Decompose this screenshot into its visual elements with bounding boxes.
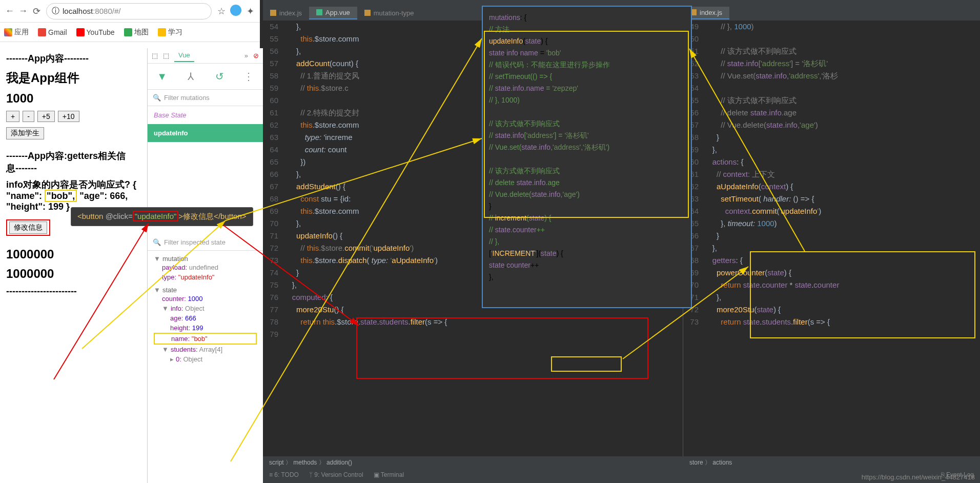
search-icon: 🔍 xyxy=(153,94,161,102)
tab-indexjs[interactable]: index.js xyxy=(263,7,309,19)
mutation-section[interactable]: mutation xyxy=(162,255,188,263)
app-heading: 我是App组件 xyxy=(6,70,136,86)
modify-button-box: 修改信息 xyxy=(6,219,50,236)
big-number-1: 1000000 xyxy=(6,247,136,261)
devtools-panel: ⬚ ⬚ Vue » ⊘ ▼ ⅄ ↺ ⋮ 🔍Filter mutations Ba… xyxy=(147,48,263,483)
devtools-icon2[interactable]: ⬚ xyxy=(163,52,169,59)
components-icon[interactable]: ⅄ xyxy=(184,70,197,83)
close-devtools-icon[interactable]: ⊘ xyxy=(253,52,259,59)
tab-mutation[interactable]: mutation-type xyxy=(357,7,421,19)
puzzle-icon[interactable]: ✦ xyxy=(243,5,257,18)
filter-state-input[interactable]: Filter inspected state xyxy=(164,238,226,246)
inc-button[interactable]: + xyxy=(6,111,19,122)
mutation-item[interactable]: updateInfo xyxy=(148,124,263,142)
history-icon[interactable]: ↺ xyxy=(213,70,227,83)
dec-button[interactable]: - xyxy=(23,111,34,122)
url-host: localhost xyxy=(63,7,93,15)
browser-toolbar: ← → ⟳ ⓘ localhost :8080/#/ ☆ ✦ xyxy=(0,0,260,23)
counter-value: 1000 xyxy=(6,91,136,106)
bookmark-maps[interactable]: 地图 xyxy=(124,28,149,37)
getters-title: -------App内容:getters相关信息------- xyxy=(6,150,136,174)
app-title: -------App内容-------- xyxy=(6,52,136,65)
info-name-highlight: "bob", xyxy=(45,190,77,202)
watermark: https://blog.csdn.net/weixin_44827418 xyxy=(862,473,975,481)
todo-tab[interactable]: ≡ 6: TODO xyxy=(269,471,299,478)
filter-mutations-input[interactable]: Filter mutations xyxy=(164,94,210,102)
bookmark-study[interactable]: 学习 xyxy=(158,28,182,37)
more-icon[interactable]: » xyxy=(244,52,248,59)
bookmarks-bar: 应用 Gmail YouTube 地图 学习 xyxy=(0,23,260,42)
state-section[interactable]: state xyxy=(162,286,177,294)
add-student-button[interactable]: 添加学生 xyxy=(6,127,44,139)
editor-right[interactable]: 4950515253545556575859606162636465666768… xyxy=(683,21,980,462)
tab-appvue[interactable]: App.vue xyxy=(309,7,357,19)
big-number-2: 1000000 xyxy=(6,267,136,281)
vue-tab[interactable]: Vue xyxy=(174,49,194,62)
code-popup: mutations: { // 方法 updateInfo(state) { s… xyxy=(482,6,692,308)
vue-logo-icon[interactable]: ▼ xyxy=(155,70,169,83)
back-icon[interactable]: ← xyxy=(3,5,16,18)
inc5-button[interactable]: +5 xyxy=(37,111,55,122)
app-content: -------App内容-------- 我是App组件 1000 + - +5… xyxy=(0,42,142,307)
breadcrumb-right: store 〉 actions xyxy=(683,456,738,469)
bookmark-gmail[interactable]: Gmail xyxy=(38,28,67,36)
tooltip-highlight: "updateInfo" xyxy=(133,211,179,222)
modify-info-button[interactable]: 修改信息 xyxy=(9,222,47,234)
star-icon[interactable]: ☆ xyxy=(215,5,228,18)
more-tools-icon[interactable]: ⋮ xyxy=(242,70,255,83)
bookmark-apps[interactable]: 应用 xyxy=(4,28,29,37)
inc10-button[interactable]: +10 xyxy=(58,111,79,122)
url-path: :8080/#/ xyxy=(93,7,120,15)
bookmark-youtube[interactable]: YouTube xyxy=(76,28,115,36)
breadcrumb-left: script 〉 methods 〉 addition() xyxy=(263,456,683,469)
url-bar[interactable]: ⓘ localhost :8080/#/ xyxy=(46,3,212,19)
terminal-tab[interactable]: ▣ Terminal xyxy=(374,471,404,478)
base-state[interactable]: Base State xyxy=(148,106,263,124)
forward-icon[interactable]: → xyxy=(16,5,30,18)
devtools-icon[interactable]: ⬚ xyxy=(152,52,158,59)
ext-icon[interactable] xyxy=(230,5,241,16)
editor-tabs-right: index.js xyxy=(683,5,980,21)
vcs-tab[interactable]: ᛘ 9: Version Control xyxy=(309,471,363,478)
search-icon: 🔍 xyxy=(153,238,161,246)
reload-icon[interactable]: ⟳ xyxy=(30,5,43,18)
code-tooltip: <button @click="updateInfo">修改信息</button… xyxy=(71,207,253,226)
